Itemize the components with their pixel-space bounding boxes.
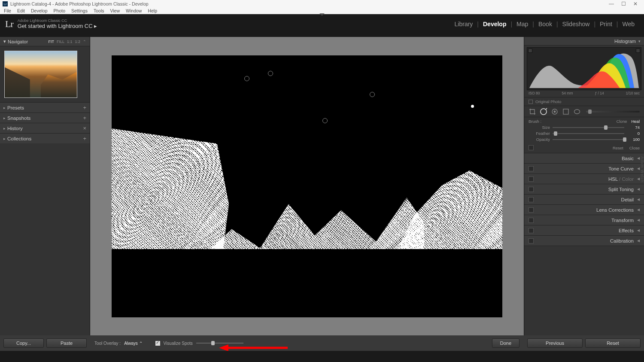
panel-toggle-switch-icon[interactable]	[529, 228, 534, 233]
slider-opacity[interactable]	[553, 139, 624, 140]
menu-tools[interactable]: Tools	[91, 8, 107, 13]
brush-mode-heal[interactable]: Heal	[631, 119, 640, 124]
identity-bar: Lr Adobe Lightroom Classic CC Get starte…	[0, 14, 644, 34]
navigator-preview[interactable]	[0, 46, 90, 102]
brush-close-button[interactable]: Close	[629, 146, 640, 150]
panel-toggle-switch-icon[interactable]	[529, 218, 534, 223]
panel-hsl[interactable]: HSL / Color◀	[524, 174, 644, 184]
menu-file[interactable]: File	[1, 8, 14, 13]
panel-toggle-switch-icon[interactable]	[529, 197, 534, 202]
panel-transform[interactable]: Transform◀	[524, 215, 644, 225]
window-maximize-button[interactable]: ☐	[617, 1, 629, 7]
panel-toggle-switch-icon[interactable]	[529, 166, 534, 171]
panel-toggle-switch-icon[interactable]	[529, 238, 534, 243]
brush-reset-button[interactable]: Reset	[613, 146, 623, 150]
workspace: ▾ Navigator FIT FILL 1:1 1:2 ⌃ ▸ Presets…	[0, 37, 644, 335]
zoom-more-icon[interactable]: ⌃	[83, 40, 86, 44]
chevron-down-icon: ▾	[638, 39, 641, 43]
slider-size-value[interactable]: 74	[627, 125, 640, 130]
checkbox-icon[interactable]	[529, 100, 533, 104]
module-develop[interactable]: Develop	[479, 21, 510, 27]
zoom-1-1[interactable]: 1:1	[67, 40, 73, 44]
add-preset-button[interactable]: +	[83, 104, 86, 111]
visualize-spots-checkbox[interactable]	[155, 341, 160, 346]
paste-settings-button[interactable]: Paste	[46, 338, 87, 348]
reset-button[interactable]: Reset	[585, 338, 641, 348]
menu-settings[interactable]: Settings	[68, 8, 91, 13]
menu-help[interactable]: Help	[145, 8, 160, 13]
panel-presets[interactable]: ▸ Presets +	[0, 102, 90, 113]
chevron-left-icon: ◀	[637, 167, 640, 170]
histogram[interactable]	[527, 47, 641, 90]
radial-filter-tool-icon[interactable]	[573, 108, 581, 116]
panel-calibration[interactable]: Calibration◀	[524, 236, 644, 246]
module-library[interactable]: Library	[450, 21, 477, 27]
panel-lens-corrections[interactable]: Lens Corrections◀	[524, 205, 644, 215]
spot-removal-tool-icon[interactable]	[540, 108, 547, 116]
panel-collections-label: Collections	[7, 136, 31, 141]
chevron-left-icon: ◀	[637, 198, 640, 201]
chevron-left-icon: ◀	[637, 218, 640, 222]
filmstrip-collapse-top-icon[interactable]	[319, 13, 325, 16]
module-print[interactable]: Print	[595, 21, 617, 27]
panel-history[interactable]: ▸ History ×	[0, 123, 90, 133]
histogram-graph-icon	[527, 48, 641, 90]
panel-split-toning[interactable]: Split Toning◀	[524, 184, 644, 195]
original-photo-toggle[interactable]: Original Photo	[524, 97, 644, 106]
develop-toolbar: Copy... Paste Tool Overlay : Always ⌃ Vi…	[0, 335, 644, 351]
panel-presets-label: Presets	[7, 105, 24, 110]
navigator-header[interactable]: ▾ Navigator FIT FILL 1:1 1:2 ⌃	[0, 37, 90, 46]
panel-toggle-switch-icon[interactable]	[529, 187, 534, 192]
menu-photo[interactable]: Photo	[51, 8, 68, 13]
slider-opacity-value[interactable]: 100	[627, 137, 640, 142]
visualize-spots-label[interactable]: Visualize Spots	[164, 341, 193, 346]
module-web[interactable]: Web	[618, 21, 639, 27]
previous-button[interactable]: Previous	[527, 338, 583, 348]
panel-toggle-switch-icon[interactable]	[529, 145, 534, 150]
panel-effects[interactable]: Effects◀	[524, 225, 644, 236]
panel-snapshots[interactable]: ▸ Snapshots +	[0, 113, 90, 123]
graduated-filter-tool-icon[interactable]	[562, 108, 570, 116]
image-canvas[interactable]	[112, 55, 502, 317]
done-button[interactable]: Done	[492, 338, 519, 348]
slider-size[interactable]	[553, 127, 624, 128]
histogram-header[interactable]: Histogram ▾	[524, 37, 644, 46]
menu-view[interactable]: View	[107, 8, 123, 13]
image-canvas-area[interactable]	[90, 37, 524, 335]
module-book[interactable]: Book	[534, 21, 556, 27]
panel-toggle-switch-icon[interactable]	[529, 176, 534, 182]
tool-overlay-dropdown[interactable]: Always ⌃	[124, 341, 142, 346]
clear-history-button[interactable]: ×	[83, 125, 86, 131]
panel-toggle-switch-icon[interactable]	[529, 207, 534, 213]
panel-basic[interactable]: Basic◀	[524, 153, 644, 164]
menu-develop[interactable]: Develop	[28, 8, 51, 13]
watermark-text: Adam Welch	[640, 156, 644, 183]
module-map[interactable]: Map	[512, 21, 532, 27]
left-panel: ▾ Navigator FIT FILL 1:1 1:2 ⌃ ▸ Presets…	[0, 37, 90, 335]
window-minimize-button[interactable]: —	[605, 1, 617, 7]
red-eye-tool-icon[interactable]	[551, 108, 559, 116]
menu-window[interactable]: Window	[123, 8, 145, 13]
adjustment-brush-size-slider[interactable]	[586, 111, 640, 113]
panel-collections[interactable]: ▸ Collections +	[0, 133, 90, 143]
slider-feather[interactable]	[553, 133, 624, 134]
panel-tone-curve[interactable]: Tone Curve◀	[524, 164, 644, 174]
get-started-link[interactable]: Get started with Lightroom CC ▸	[18, 23, 97, 29]
zoom-fill[interactable]: FILL	[57, 40, 64, 44]
zoom-fit[interactable]: FIT	[48, 40, 54, 44]
panel-detail[interactable]: Detail◀	[524, 195, 644, 205]
copy-settings-button[interactable]: Copy...	[3, 338, 44, 348]
menu-edit[interactable]: Edit	[14, 8, 28, 13]
spot-removal-panel: Brush : Clone Heal Size 74 Feather 0 Opa…	[524, 117, 644, 153]
window-close-button[interactable]: ✕	[629, 1, 641, 7]
right-panel: Histogram ▾ ISO 80 54 mm ƒ / 14 1/10 sec	[524, 37, 644, 335]
crop-tool-icon[interactable]	[529, 108, 536, 116]
slider-feather-value[interactable]: 0	[627, 131, 640, 136]
add-collection-button[interactable]: +	[83, 135, 86, 142]
dust-spot-marker	[268, 71, 273, 76]
module-slideshow[interactable]: Slideshow	[558, 21, 594, 27]
add-snapshot-button[interactable]: +	[83, 115, 86, 121]
zoom-1-2[interactable]: 1:2	[75, 40, 80, 44]
dust-spot-marker	[370, 92, 375, 97]
brush-mode-clone[interactable]: Clone	[617, 119, 627, 124]
